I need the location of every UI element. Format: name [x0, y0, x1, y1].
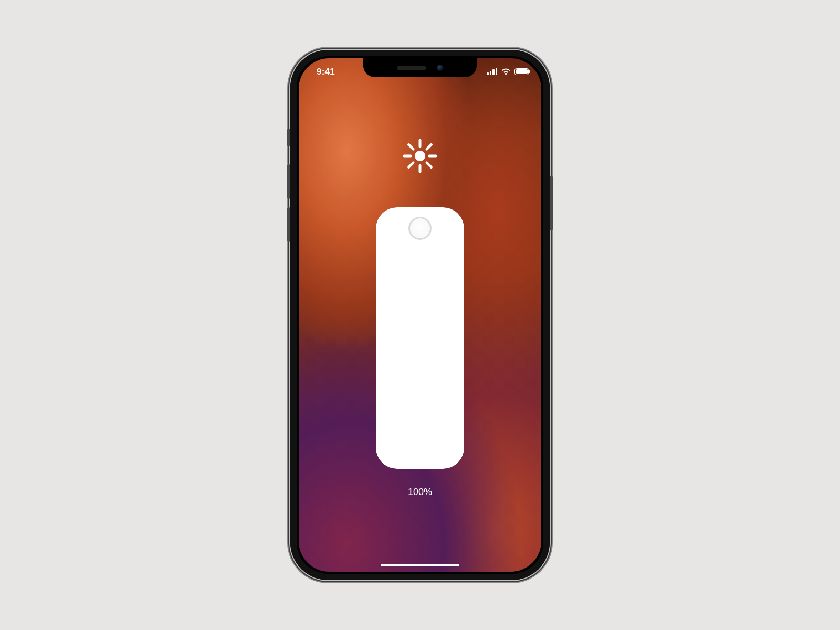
front-camera: [437, 65, 444, 71]
brightness-slider[interactable]: [376, 207, 464, 469]
brightness-slider-fill: [376, 207, 464, 469]
brightness-slider-knob[interactable]: [408, 217, 432, 240]
ring-silent-switch: [287, 129, 290, 146]
brightness-control: 100%: [299, 137, 541, 498]
brightness-icon: [401, 137, 439, 175]
volume-down-button: [287, 207, 290, 242]
brightness-value-label: 100%: [408, 487, 432, 498]
side-power-button: [550, 176, 553, 230]
svg-point-0: [415, 151, 425, 161]
battery-icon: [514, 68, 529, 75]
signal-icon: [487, 68, 497, 75]
earpiece-speaker: [397, 66, 426, 70]
svg-line-5: [409, 145, 414, 150]
svg-line-6: [427, 163, 432, 167]
volume-up-button: [287, 164, 290, 199]
wifi-icon: [501, 68, 511, 75]
notch: [363, 58, 477, 77]
home-indicator[interactable]: [381, 564, 459, 566]
svg-line-7: [427, 145, 432, 150]
status-time: 9:41: [317, 67, 335, 77]
phone-screen: 9:41: [299, 58, 541, 572]
phone-frame: 9:41: [290, 50, 550, 580]
svg-line-8: [409, 163, 414, 167]
